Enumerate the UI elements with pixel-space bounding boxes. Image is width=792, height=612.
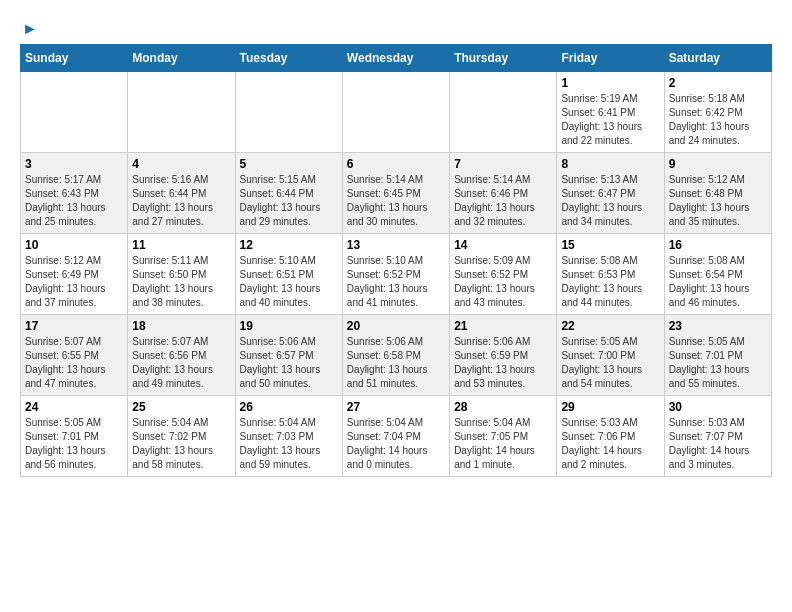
calendar-cell: 8Sunrise: 5:13 AM Sunset: 6:47 PM Daylig… (557, 153, 664, 234)
calendar-cell: 17Sunrise: 5:07 AM Sunset: 6:55 PM Dayli… (21, 315, 128, 396)
calendar-week-2: 3Sunrise: 5:17 AM Sunset: 6:43 PM Daylig… (21, 153, 772, 234)
calendar-cell: 9Sunrise: 5:12 AM Sunset: 6:48 PM Daylig… (664, 153, 771, 234)
day-info: Sunrise: 5:05 AM Sunset: 7:01 PM Dayligh… (25, 416, 123, 472)
calendar-cell: 1Sunrise: 5:19 AM Sunset: 6:41 PM Daylig… (557, 72, 664, 153)
day-number: 1 (561, 76, 659, 90)
day-info: Sunrise: 5:19 AM Sunset: 6:41 PM Dayligh… (561, 92, 659, 148)
day-info: Sunrise: 5:18 AM Sunset: 6:42 PM Dayligh… (669, 92, 767, 148)
day-number: 16 (669, 238, 767, 252)
calendar-week-3: 10Sunrise: 5:12 AM Sunset: 6:49 PM Dayli… (21, 234, 772, 315)
calendar-cell: 3Sunrise: 5:17 AM Sunset: 6:43 PM Daylig… (21, 153, 128, 234)
calendar-cell: 13Sunrise: 5:10 AM Sunset: 6:52 PM Dayli… (342, 234, 449, 315)
logo-bird-icon: ► (22, 20, 38, 38)
weekday-header-tuesday: Tuesday (235, 45, 342, 72)
day-info: Sunrise: 5:08 AM Sunset: 6:54 PM Dayligh… (669, 254, 767, 310)
calendar-cell: 2Sunrise: 5:18 AM Sunset: 6:42 PM Daylig… (664, 72, 771, 153)
calendar-cell: 4Sunrise: 5:16 AM Sunset: 6:44 PM Daylig… (128, 153, 235, 234)
day-number: 8 (561, 157, 659, 171)
day-number: 3 (25, 157, 123, 171)
weekday-header-monday: Monday (128, 45, 235, 72)
calendar-cell: 20Sunrise: 5:06 AM Sunset: 6:58 PM Dayli… (342, 315, 449, 396)
day-number: 19 (240, 319, 338, 333)
day-info: Sunrise: 5:11 AM Sunset: 6:50 PM Dayligh… (132, 254, 230, 310)
day-number: 29 (561, 400, 659, 414)
day-number: 23 (669, 319, 767, 333)
calendar-cell: 29Sunrise: 5:03 AM Sunset: 7:06 PM Dayli… (557, 396, 664, 477)
day-info: Sunrise: 5:06 AM Sunset: 6:59 PM Dayligh… (454, 335, 552, 391)
weekday-header-thursday: Thursday (450, 45, 557, 72)
calendar-cell: 22Sunrise: 5:05 AM Sunset: 7:00 PM Dayli… (557, 315, 664, 396)
calendar-cell: 30Sunrise: 5:03 AM Sunset: 7:07 PM Dayli… (664, 396, 771, 477)
calendar-cell: 11Sunrise: 5:11 AM Sunset: 6:50 PM Dayli… (128, 234, 235, 315)
logo: ► (20, 20, 38, 34)
calendar-week-1: 1Sunrise: 5:19 AM Sunset: 6:41 PM Daylig… (21, 72, 772, 153)
day-info: Sunrise: 5:10 AM Sunset: 6:51 PM Dayligh… (240, 254, 338, 310)
calendar-cell: 28Sunrise: 5:04 AM Sunset: 7:05 PM Dayli… (450, 396, 557, 477)
day-info: Sunrise: 5:13 AM Sunset: 6:47 PM Dayligh… (561, 173, 659, 229)
calendar-header-row: SundayMondayTuesdayWednesdayThursdayFrid… (21, 45, 772, 72)
calendar-cell: 19Sunrise: 5:06 AM Sunset: 6:57 PM Dayli… (235, 315, 342, 396)
calendar-cell: 6Sunrise: 5:14 AM Sunset: 6:45 PM Daylig… (342, 153, 449, 234)
calendar-cell: 21Sunrise: 5:06 AM Sunset: 6:59 PM Dayli… (450, 315, 557, 396)
calendar-week-5: 24Sunrise: 5:05 AM Sunset: 7:01 PM Dayli… (21, 396, 772, 477)
day-info: Sunrise: 5:16 AM Sunset: 6:44 PM Dayligh… (132, 173, 230, 229)
day-info: Sunrise: 5:04 AM Sunset: 7:04 PM Dayligh… (347, 416, 445, 472)
day-info: Sunrise: 5:17 AM Sunset: 6:43 PM Dayligh… (25, 173, 123, 229)
day-info: Sunrise: 5:15 AM Sunset: 6:44 PM Dayligh… (240, 173, 338, 229)
weekday-header-friday: Friday (557, 45, 664, 72)
day-number: 20 (347, 319, 445, 333)
day-number: 26 (240, 400, 338, 414)
day-number: 9 (669, 157, 767, 171)
day-info: Sunrise: 5:04 AM Sunset: 7:02 PM Dayligh… (132, 416, 230, 472)
day-number: 17 (25, 319, 123, 333)
day-number: 15 (561, 238, 659, 252)
day-number: 13 (347, 238, 445, 252)
day-info: Sunrise: 5:04 AM Sunset: 7:05 PM Dayligh… (454, 416, 552, 472)
day-info: Sunrise: 5:14 AM Sunset: 6:46 PM Dayligh… (454, 173, 552, 229)
day-number: 18 (132, 319, 230, 333)
weekday-header-wednesday: Wednesday (342, 45, 449, 72)
calendar-cell (235, 72, 342, 153)
day-number: 14 (454, 238, 552, 252)
calendar-cell: 26Sunrise: 5:04 AM Sunset: 7:03 PM Dayli… (235, 396, 342, 477)
day-info: Sunrise: 5:09 AM Sunset: 6:52 PM Dayligh… (454, 254, 552, 310)
calendar-cell: 12Sunrise: 5:10 AM Sunset: 6:51 PM Dayli… (235, 234, 342, 315)
day-info: Sunrise: 5:12 AM Sunset: 6:48 PM Dayligh… (669, 173, 767, 229)
day-number: 21 (454, 319, 552, 333)
day-number: 7 (454, 157, 552, 171)
calendar-cell: 18Sunrise: 5:07 AM Sunset: 6:56 PM Dayli… (128, 315, 235, 396)
day-number: 5 (240, 157, 338, 171)
day-info: Sunrise: 5:14 AM Sunset: 6:45 PM Dayligh… (347, 173, 445, 229)
day-number: 27 (347, 400, 445, 414)
calendar-cell (450, 72, 557, 153)
calendar-body: 1Sunrise: 5:19 AM Sunset: 6:41 PM Daylig… (21, 72, 772, 477)
calendar-cell: 27Sunrise: 5:04 AM Sunset: 7:04 PM Dayli… (342, 396, 449, 477)
day-info: Sunrise: 5:06 AM Sunset: 6:58 PM Dayligh… (347, 335, 445, 391)
day-number: 22 (561, 319, 659, 333)
calendar-cell (128, 72, 235, 153)
day-info: Sunrise: 5:04 AM Sunset: 7:03 PM Dayligh… (240, 416, 338, 472)
day-number: 28 (454, 400, 552, 414)
day-number: 24 (25, 400, 123, 414)
day-number: 10 (25, 238, 123, 252)
day-number: 30 (669, 400, 767, 414)
day-info: Sunrise: 5:08 AM Sunset: 6:53 PM Dayligh… (561, 254, 659, 310)
calendar-cell: 16Sunrise: 5:08 AM Sunset: 6:54 PM Dayli… (664, 234, 771, 315)
day-info: Sunrise: 5:06 AM Sunset: 6:57 PM Dayligh… (240, 335, 338, 391)
day-number: 2 (669, 76, 767, 90)
day-number: 25 (132, 400, 230, 414)
day-info: Sunrise: 5:07 AM Sunset: 6:56 PM Dayligh… (132, 335, 230, 391)
calendar-cell: 5Sunrise: 5:15 AM Sunset: 6:44 PM Daylig… (235, 153, 342, 234)
weekday-header-sunday: Sunday (21, 45, 128, 72)
day-info: Sunrise: 5:10 AM Sunset: 6:52 PM Dayligh… (347, 254, 445, 310)
calendar-cell (342, 72, 449, 153)
calendar-cell: 15Sunrise: 5:08 AM Sunset: 6:53 PM Dayli… (557, 234, 664, 315)
calendar-cell: 23Sunrise: 5:05 AM Sunset: 7:01 PM Dayli… (664, 315, 771, 396)
calendar-table: SundayMondayTuesdayWednesdayThursdayFrid… (20, 44, 772, 477)
calendar-cell: 24Sunrise: 5:05 AM Sunset: 7:01 PM Dayli… (21, 396, 128, 477)
calendar-cell: 7Sunrise: 5:14 AM Sunset: 6:46 PM Daylig… (450, 153, 557, 234)
page-header: ► (20, 20, 772, 34)
day-info: Sunrise: 5:05 AM Sunset: 7:00 PM Dayligh… (561, 335, 659, 391)
day-number: 4 (132, 157, 230, 171)
calendar-cell: 25Sunrise: 5:04 AM Sunset: 7:02 PM Dayli… (128, 396, 235, 477)
